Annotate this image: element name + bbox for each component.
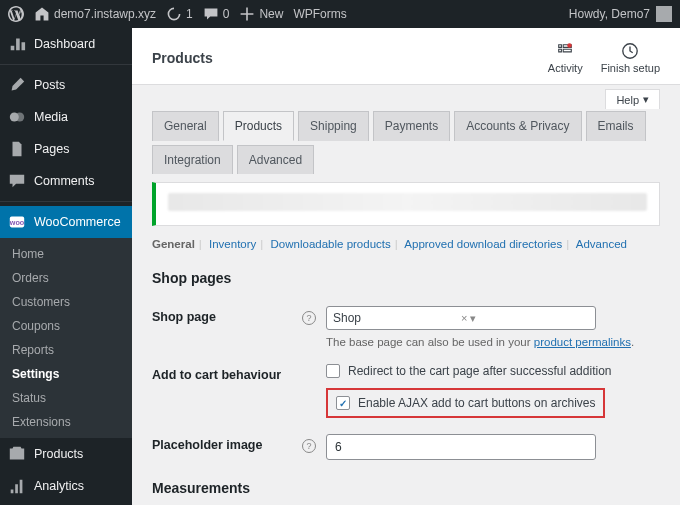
admin-notice [152,182,660,226]
wpforms-link[interactable]: WPForms [293,7,346,21]
menu-pages[interactable]: Pages [0,133,132,165]
tab-integration[interactable]: Integration [152,145,233,174]
redirect-checkbox-row[interactable]: Redirect to the cart page after successf… [326,364,660,378]
menu-woocommerce[interactable]: wooWooCommerce [0,206,132,238]
avatar[interactable] [656,6,672,22]
submenu-reports[interactable]: Reports [0,338,132,362]
new-content[interactable]: New [239,6,283,22]
measurements-heading: Measurements [152,480,660,496]
menu-dashboard[interactable]: Dashboard [0,28,132,60]
checkbox-icon[interactable] [326,364,340,378]
menu-analytics[interactable]: Analytics [0,470,132,502]
sub-nav: General| Inventory| Downloadable product… [132,226,680,254]
placeholder-label: Placeholder image [152,434,302,452]
menu-media[interactable]: Media [0,101,132,133]
shop-page-desc: The base page can also be used in your p… [326,336,660,348]
subnav-advanced[interactable]: Advanced [576,238,627,250]
tab-payments[interactable]: Payments [373,111,450,141]
placeholder-input[interactable] [326,434,596,460]
svg-point-6 [568,43,573,48]
help-icon[interactable]: ? [302,439,316,453]
site-name[interactable]: demo7.instawp.xyz [34,6,156,22]
subnav-inventory[interactable]: Inventory [209,238,256,250]
submenu-coupons[interactable]: Coupons [0,314,132,338]
settings-tabs: General Products Shipping Payments Accou… [132,109,680,174]
updates[interactable]: 1 [166,6,193,22]
shop-page-label: Shop page [152,306,302,324]
admin-bar: demo7.instawp.xyz 1 0 New WPForms Howdy,… [0,0,680,28]
page-title: Products [152,50,213,66]
main-content: Products Activity Finish setup Help ▾ Ge… [132,28,680,505]
permalinks-link[interactable]: product permalinks [534,336,631,348]
tab-shipping[interactable]: Shipping [298,111,369,141]
help-icon[interactable]: ? [302,311,316,325]
page-header: Products Activity Finish setup [132,28,680,85]
submenu-home[interactable]: Home [0,242,132,266]
submenu-settings[interactable]: Settings [0,362,132,386]
menu-comments[interactable]: Comments [0,165,132,197]
subnav-approved[interactable]: Approved download directories [404,238,562,250]
checkbox-icon[interactable] [336,396,350,410]
submenu-customers[interactable]: Customers [0,290,132,314]
submenu-extensions[interactable]: Extensions [0,410,132,434]
menu-products[interactable]: Products [0,438,132,470]
svg-text:woo: woo [9,218,25,227]
woocommerce-submenu: Home Orders Customers Coupons Reports Se… [0,238,132,438]
subnav-general[interactable]: General [152,238,195,250]
tab-advanced[interactable]: Advanced [237,145,314,174]
comments-count[interactable]: 0 [203,6,230,22]
activity-button[interactable]: Activity [548,42,583,74]
submenu-orders[interactable]: Orders [0,266,132,290]
tab-accounts[interactable]: Accounts & Privacy [454,111,581,141]
subnav-downloadable[interactable]: Downloadable products [271,238,391,250]
menu-posts[interactable]: Posts [0,69,132,101]
tab-general[interactable]: General [152,111,219,141]
ajax-checkbox-row[interactable]: Enable AJAX add to cart buttons on archi… [336,396,595,410]
svg-point-1 [15,113,24,122]
tab-products[interactable]: Products [223,111,294,141]
howdy[interactable]: Howdy, Demo7 [569,7,650,21]
help-tab[interactable]: Help ▾ [605,89,660,109]
admin-sidebar: Dashboard Posts Media Pages Comments woo… [0,28,132,505]
tab-emails[interactable]: Emails [586,111,646,141]
shop-page-select[interactable]: Shop × ▾ [326,306,596,330]
shop-pages-heading: Shop pages [152,270,660,286]
wordpress-icon[interactable] [8,6,24,22]
finish-setup-button[interactable]: Finish setup [601,42,660,74]
cart-behaviour-label: Add to cart behaviour [152,364,302,382]
submenu-status[interactable]: Status [0,386,132,410]
